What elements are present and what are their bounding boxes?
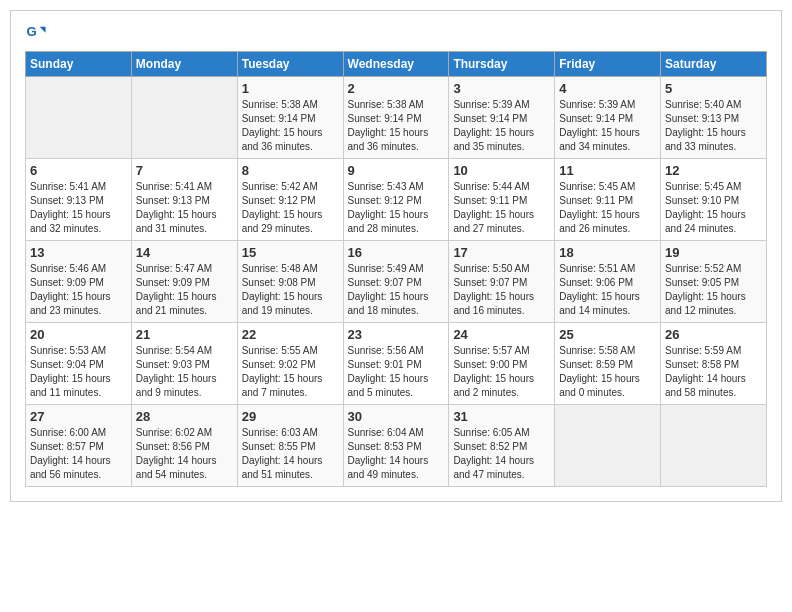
calendar-cell: 6Sunrise: 5:41 AM Sunset: 9:13 PM Daylig… [26, 159, 132, 241]
calendar-cell: 31Sunrise: 6:05 AM Sunset: 8:52 PM Dayli… [449, 405, 555, 487]
weekday-header-tuesday: Tuesday [237, 52, 343, 77]
calendar-cell: 1Sunrise: 5:38 AM Sunset: 9:14 PM Daylig… [237, 77, 343, 159]
day-number: 4 [559, 81, 656, 96]
day-number: 10 [453, 163, 550, 178]
day-number: 16 [348, 245, 445, 260]
day-info: Sunrise: 5:39 AM Sunset: 9:14 PM Dayligh… [559, 98, 656, 154]
day-info: Sunrise: 5:41 AM Sunset: 9:13 PM Dayligh… [136, 180, 233, 236]
day-info: Sunrise: 5:58 AM Sunset: 8:59 PM Dayligh… [559, 344, 656, 400]
week-row-5: 27Sunrise: 6:00 AM Sunset: 8:57 PM Dayli… [26, 405, 767, 487]
day-info: Sunrise: 5:38 AM Sunset: 9:14 PM Dayligh… [348, 98, 445, 154]
day-number: 14 [136, 245, 233, 260]
svg-text:G: G [26, 24, 36, 39]
day-number: 7 [136, 163, 233, 178]
logo: G [25, 21, 51, 43]
week-row-3: 13Sunrise: 5:46 AM Sunset: 9:09 PM Dayli… [26, 241, 767, 323]
day-info: Sunrise: 5:40 AM Sunset: 9:13 PM Dayligh… [665, 98, 762, 154]
day-number: 12 [665, 163, 762, 178]
day-info: Sunrise: 5:42 AM Sunset: 9:12 PM Dayligh… [242, 180, 339, 236]
calendar-cell: 11Sunrise: 5:45 AM Sunset: 9:11 PM Dayli… [555, 159, 661, 241]
day-info: Sunrise: 5:41 AM Sunset: 9:13 PM Dayligh… [30, 180, 127, 236]
day-number: 11 [559, 163, 656, 178]
weekday-header-monday: Monday [131, 52, 237, 77]
day-number: 30 [348, 409, 445, 424]
day-number: 29 [242, 409, 339, 424]
day-number: 21 [136, 327, 233, 342]
day-info: Sunrise: 6:04 AM Sunset: 8:53 PM Dayligh… [348, 426, 445, 482]
day-number: 27 [30, 409, 127, 424]
calendar-cell: 10Sunrise: 5:44 AM Sunset: 9:11 PM Dayli… [449, 159, 555, 241]
day-number: 8 [242, 163, 339, 178]
day-number: 18 [559, 245, 656, 260]
day-number: 20 [30, 327, 127, 342]
day-number: 28 [136, 409, 233, 424]
week-row-1: 1Sunrise: 5:38 AM Sunset: 9:14 PM Daylig… [26, 77, 767, 159]
calendar-cell: 21Sunrise: 5:54 AM Sunset: 9:03 PM Dayli… [131, 323, 237, 405]
day-number: 22 [242, 327, 339, 342]
day-info: Sunrise: 5:47 AM Sunset: 9:09 PM Dayligh… [136, 262, 233, 318]
day-info: Sunrise: 5:49 AM Sunset: 9:07 PM Dayligh… [348, 262, 445, 318]
calendar-cell: 17Sunrise: 5:50 AM Sunset: 9:07 PM Dayli… [449, 241, 555, 323]
day-info: Sunrise: 5:45 AM Sunset: 9:10 PM Dayligh… [665, 180, 762, 236]
calendar-cell: 22Sunrise: 5:55 AM Sunset: 9:02 PM Dayli… [237, 323, 343, 405]
weekday-header-saturday: Saturday [661, 52, 767, 77]
day-number: 3 [453, 81, 550, 96]
day-info: Sunrise: 6:00 AM Sunset: 8:57 PM Dayligh… [30, 426, 127, 482]
day-info: Sunrise: 5:39 AM Sunset: 9:14 PM Dayligh… [453, 98, 550, 154]
calendar-cell [661, 405, 767, 487]
calendar-cell: 5Sunrise: 5:40 AM Sunset: 9:13 PM Daylig… [661, 77, 767, 159]
day-number: 9 [348, 163, 445, 178]
calendar-cell: 16Sunrise: 5:49 AM Sunset: 9:07 PM Dayli… [343, 241, 449, 323]
day-number: 13 [30, 245, 127, 260]
logo-icon: G [25, 21, 47, 43]
day-info: Sunrise: 5:46 AM Sunset: 9:09 PM Dayligh… [30, 262, 127, 318]
calendar-cell: 26Sunrise: 5:59 AM Sunset: 8:58 PM Dayli… [661, 323, 767, 405]
day-number: 2 [348, 81, 445, 96]
day-info: Sunrise: 6:03 AM Sunset: 8:55 PM Dayligh… [242, 426, 339, 482]
day-number: 5 [665, 81, 762, 96]
day-info: Sunrise: 5:52 AM Sunset: 9:05 PM Dayligh… [665, 262, 762, 318]
calendar-cell: 14Sunrise: 5:47 AM Sunset: 9:09 PM Dayli… [131, 241, 237, 323]
header-row: G [25, 21, 767, 43]
calendar-cell: 20Sunrise: 5:53 AM Sunset: 9:04 PM Dayli… [26, 323, 132, 405]
calendar-cell: 18Sunrise: 5:51 AM Sunset: 9:06 PM Dayli… [555, 241, 661, 323]
day-info: Sunrise: 5:38 AM Sunset: 9:14 PM Dayligh… [242, 98, 339, 154]
day-number: 1 [242, 81, 339, 96]
calendar-cell [131, 77, 237, 159]
calendar-cell: 28Sunrise: 6:02 AM Sunset: 8:56 PM Dayli… [131, 405, 237, 487]
day-info: Sunrise: 5:55 AM Sunset: 9:02 PM Dayligh… [242, 344, 339, 400]
day-info: Sunrise: 5:48 AM Sunset: 9:08 PM Dayligh… [242, 262, 339, 318]
day-info: Sunrise: 5:56 AM Sunset: 9:01 PM Dayligh… [348, 344, 445, 400]
day-number: 31 [453, 409, 550, 424]
day-info: Sunrise: 5:51 AM Sunset: 9:06 PM Dayligh… [559, 262, 656, 318]
day-info: Sunrise: 5:57 AM Sunset: 9:00 PM Dayligh… [453, 344, 550, 400]
day-number: 19 [665, 245, 762, 260]
day-number: 23 [348, 327, 445, 342]
day-number: 6 [30, 163, 127, 178]
week-row-4: 20Sunrise: 5:53 AM Sunset: 9:04 PM Dayli… [26, 323, 767, 405]
weekday-header-row: SundayMondayTuesdayWednesdayThursdayFrid… [26, 52, 767, 77]
calendar-cell [26, 77, 132, 159]
day-info: Sunrise: 5:59 AM Sunset: 8:58 PM Dayligh… [665, 344, 762, 400]
calendar-cell: 2Sunrise: 5:38 AM Sunset: 9:14 PM Daylig… [343, 77, 449, 159]
weekday-header-sunday: Sunday [26, 52, 132, 77]
day-number: 15 [242, 245, 339, 260]
calendar-cell: 3Sunrise: 5:39 AM Sunset: 9:14 PM Daylig… [449, 77, 555, 159]
calendar-cell: 4Sunrise: 5:39 AM Sunset: 9:14 PM Daylig… [555, 77, 661, 159]
day-number: 17 [453, 245, 550, 260]
calendar-cell: 25Sunrise: 5:58 AM Sunset: 8:59 PM Dayli… [555, 323, 661, 405]
calendar-cell: 24Sunrise: 5:57 AM Sunset: 9:00 PM Dayli… [449, 323, 555, 405]
calendar-table: SundayMondayTuesdayWednesdayThursdayFrid… [25, 51, 767, 487]
calendar-cell: 29Sunrise: 6:03 AM Sunset: 8:55 PM Dayli… [237, 405, 343, 487]
day-info: Sunrise: 6:05 AM Sunset: 8:52 PM Dayligh… [453, 426, 550, 482]
day-number: 25 [559, 327, 656, 342]
calendar-cell: 12Sunrise: 5:45 AM Sunset: 9:10 PM Dayli… [661, 159, 767, 241]
calendar-cell: 15Sunrise: 5:48 AM Sunset: 9:08 PM Dayli… [237, 241, 343, 323]
calendar-container: G SundayMondayTuesdayWednesdayThursdayFr… [10, 10, 782, 502]
calendar-cell: 19Sunrise: 5:52 AM Sunset: 9:05 PM Dayli… [661, 241, 767, 323]
calendar-cell: 23Sunrise: 5:56 AM Sunset: 9:01 PM Dayli… [343, 323, 449, 405]
calendar-cell: 8Sunrise: 5:42 AM Sunset: 9:12 PM Daylig… [237, 159, 343, 241]
day-info: Sunrise: 5:44 AM Sunset: 9:11 PM Dayligh… [453, 180, 550, 236]
day-info: Sunrise: 5:53 AM Sunset: 9:04 PM Dayligh… [30, 344, 127, 400]
week-row-2: 6Sunrise: 5:41 AM Sunset: 9:13 PM Daylig… [26, 159, 767, 241]
